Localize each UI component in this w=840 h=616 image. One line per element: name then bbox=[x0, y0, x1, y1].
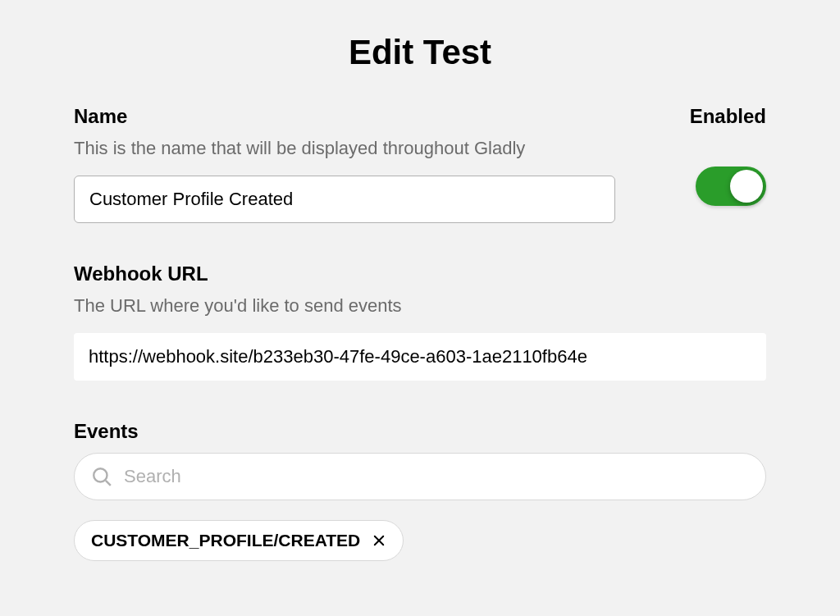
close-icon bbox=[372, 533, 386, 548]
webhook-url-help: The URL where you'd like to send events bbox=[74, 295, 766, 317]
name-help: This is the name that will be displayed … bbox=[74, 138, 657, 159]
webhook-url-input[interactable] bbox=[74, 333, 766, 381]
name-input[interactable] bbox=[74, 176, 615, 223]
webhook-url-label: Webhook URL bbox=[74, 262, 766, 285]
search-icon bbox=[91, 466, 112, 487]
toggle-knob bbox=[730, 170, 763, 203]
event-chip-remove-button[interactable] bbox=[372, 533, 386, 548]
name-label: Name bbox=[74, 105, 657, 128]
event-chip-label: CUSTOMER_PROFILE/CREATED bbox=[91, 531, 360, 550]
events-label: Events bbox=[74, 420, 766, 443]
event-chip[interactable]: CUSTOMER_PROFILE/CREATED bbox=[74, 520, 404, 561]
events-search-wrapper[interactable] bbox=[74, 453, 766, 500]
svg-point-0 bbox=[94, 468, 107, 481]
svg-line-1 bbox=[106, 481, 111, 486]
page-title: Edit Test bbox=[74, 33, 766, 72]
enabled-label: Enabled bbox=[690, 105, 766, 128]
enabled-toggle[interactable] bbox=[696, 167, 766, 206]
events-search-input[interactable] bbox=[124, 466, 749, 487]
